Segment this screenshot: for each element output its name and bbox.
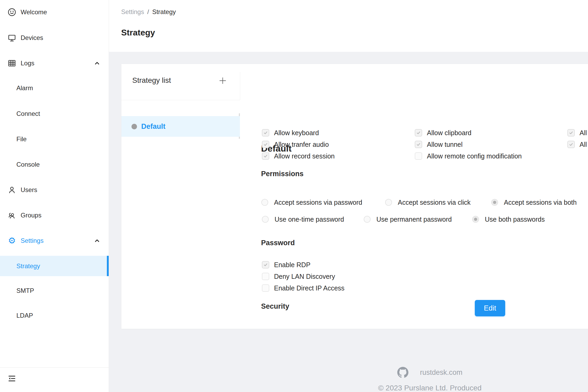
sidebar-collapse-button[interactable] — [5, 371, 19, 386]
radio-label: Use permanent password — [376, 216, 452, 223]
permissions-column-1: Allow keyboard Allow tranfer audio Allow… — [262, 129, 335, 160]
checkbox-deny-lan-discovery[interactable]: Deny LAN Discovery — [262, 273, 344, 280]
radio-use-one-time-password[interactable]: Use one-time password — [262, 216, 344, 223]
list-column-divider — [240, 72, 240, 100]
radio-label: Accept sessions via click — [398, 199, 471, 206]
checkbox-icon — [262, 273, 269, 280]
sidebar-item-label: Logs — [21, 60, 34, 67]
checkbox-allow-keyboard[interactable]: Allow keyboard — [262, 129, 335, 136]
checkbox-icon — [415, 141, 422, 148]
sidebar: Welcome Devices Logs Alarm Connect File — [0, 0, 109, 392]
strategy-name: Default — [141, 116, 166, 137]
github-icon[interactable] — [397, 367, 408, 378]
sidebar-item-ldap[interactable]: LDAP — [0, 305, 109, 326]
footer-link-row[interactable]: rustdesk.com — [298, 367, 562, 378]
sidebar-item-strategy[interactable]: Strategy — [0, 256, 109, 276]
checkbox-label: Allow tranfer audio — [274, 141, 329, 148]
smiley-face-icon — [7, 8, 16, 17]
checkbox-allow-record-session[interactable]: Allow record session — [262, 152, 335, 160]
sidebar-item-label: File — [16, 135, 27, 143]
sidebar-item-groups[interactable]: Groups — [0, 205, 109, 225]
sidebar-item-users[interactable]: Users — [0, 180, 109, 200]
page-title: Strategy — [121, 27, 155, 38]
checkbox-icon — [567, 141, 575, 148]
sidebar-item-devices[interactable]: Devices — [0, 28, 109, 48]
checkbox-label: All — [580, 129, 587, 137]
checkbox-allow-remote-config-modification[interactable]: Allow remote config modification — [415, 152, 522, 160]
sidebar-item-label: Alarm — [16, 84, 33, 92]
sidebar-item-settings[interactable]: ⚙ Settings — [0, 230, 109, 251]
checkbox-label: Allow remote config modification — [427, 152, 522, 160]
sidebar-item-label: LDAP — [16, 312, 33, 319]
sidebar-item-file[interactable]: File — [0, 129, 109, 149]
sidebar-item-label: Settings — [21, 237, 44, 244]
radio-label: Accept sessions via both — [504, 199, 577, 206]
sidebar-item-label: Welcome — [21, 8, 47, 16]
chevron-up-icon — [93, 59, 101, 67]
checkbox-allow-tranfer-audio[interactable]: Allow tranfer audio — [262, 141, 335, 148]
checkbox-label: Deny LAN Discovery — [274, 273, 335, 280]
sidebar-item-logs[interactable]: Logs — [0, 53, 109, 73]
sidebar-item-label: Groups — [21, 212, 42, 219]
sidebar-item-console[interactable]: Console — [0, 154, 109, 175]
sidebar-item-label: SMTP — [16, 287, 34, 294]
radio-label: Use both passwords — [485, 216, 545, 223]
radio-icon — [364, 216, 371, 223]
radio-accept-sessions-via-click[interactable]: Accept sessions via click — [385, 199, 471, 206]
edit-button[interactable]: Edit — [475, 300, 505, 316]
table-grid-icon — [7, 59, 16, 68]
checkbox-truncated-2[interactable]: All — [567, 141, 587, 148]
checkbox-icon — [415, 129, 422, 136]
breadcrumb-separator: / — [147, 8, 149, 15]
sidebar-item-welcome[interactable]: Welcome — [0, 2, 109, 22]
strategy-list-title: Strategy list — [132, 75, 171, 86]
radio-accept-sessions-via-both[interactable]: Accept sessions via both — [491, 199, 577, 206]
checkbox-enable-rdp[interactable]: Enable RDP — [262, 261, 344, 268]
security-heading: Security — [261, 302, 289, 311]
dot-icon — [131, 124, 137, 129]
checkbox-label: Allow record session — [274, 152, 335, 160]
menu-fold-icon — [7, 374, 17, 383]
checkbox-truncated-1[interactable]: All — [567, 129, 587, 136]
radio-label: Use one-time password — [275, 216, 344, 223]
radio-icon — [385, 199, 392, 206]
radio-use-permanent-password[interactable]: Use permanent password — [364, 216, 452, 223]
checkbox-icon — [567, 129, 575, 136]
radio-accept-sessions-via-password[interactable]: Accept sessions via password — [261, 199, 362, 206]
password-heading: Password — [261, 238, 295, 248]
checkbox-allow-clipboard[interactable]: Allow clipboard — [415, 129, 522, 136]
checkbox-icon — [262, 261, 269, 268]
sidebar-item-label: Connect — [16, 110, 40, 117]
monitor-icon — [7, 33, 16, 42]
checkbox-icon — [262, 141, 269, 148]
add-strategy-button[interactable] — [217, 75, 229, 87]
radio-use-both-passwords[interactable]: Use both passwords — [472, 216, 545, 223]
sidebar-item-label: Strategy — [16, 262, 40, 270]
radio-icon — [262, 216, 269, 223]
checkbox-allow-tunnel[interactable]: Allow tunnel — [415, 141, 522, 148]
checkbox-label: Allow clipboard — [427, 129, 471, 137]
checkbox-icon — [262, 129, 269, 136]
checkbox-enable-direct-ip-access[interactable]: Enable Direct IP Access — [262, 284, 344, 292]
breadcrumb: Settings/Strategy — [121, 8, 176, 16]
breadcrumb-current: Strategy — [152, 8, 176, 15]
checkbox-label: Allow tunnel — [427, 141, 463, 148]
user-icon — [7, 185, 16, 194]
sidebar-item-alarm[interactable]: Alarm — [0, 78, 109, 98]
permissions-column-2: Allow clipboard Allow tunnel Allow remot… — [415, 129, 522, 160]
checkbox-label: All — [580, 141, 587, 148]
radio-icon — [261, 199, 268, 206]
strategy-list-item-default[interactable]: Default — [121, 116, 240, 137]
app-root: Welcome Devices Logs Alarm Connect File — [0, 0, 588, 392]
copyright-text: © 2023 Purslane Ltd. Produced — [298, 384, 562, 392]
radio-icon — [491, 199, 498, 206]
checkbox-icon — [415, 152, 422, 160]
breadcrumb-settings[interactable]: Settings — [121, 8, 144, 15]
radio-label: Accept sessions via password — [274, 199, 362, 206]
rustdesk-link[interactable]: rustdesk.com — [420, 368, 463, 377]
sidebar-item-smtp[interactable]: SMTP — [0, 280, 109, 301]
security-column: Enable RDP Deny LAN Discovery Enable Dir… — [262, 261, 344, 292]
radio-icon — [472, 216, 479, 223]
sidebar-item-connect[interactable]: Connect — [0, 103, 109, 124]
strategy-list-divider — [121, 100, 240, 100]
